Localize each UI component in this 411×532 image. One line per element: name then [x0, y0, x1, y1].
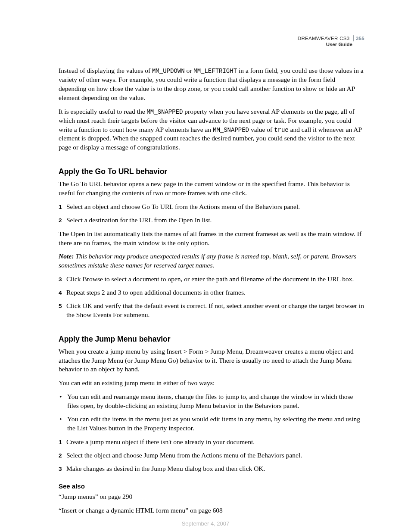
jump-menu-intro: When you create a jump menu by using Ins…	[59, 347, 364, 374]
step-4: 4 Repeat steps 2 and 3 to open additiona…	[59, 288, 364, 297]
jm-step-2: 2 Select the object and choose Jump Menu…	[59, 451, 364, 460]
doc-title: User Guide	[298, 41, 364, 47]
see-also-link-jump-menus: “Jump menus” on page 290	[59, 492, 364, 501]
step-5: 5 Click OK and verify that the default e…	[59, 302, 364, 320]
page-number: 355	[353, 35, 364, 41]
body-content: Instead of displaying the values of MM_U…	[59, 66, 364, 515]
code-mm-updown: MM_UPDOWN	[152, 68, 185, 75]
open-in-paragraph: The Open In list automatically lists the…	[59, 230, 364, 248]
jump-menu-steps: 1 Create a jump menu object if there isn…	[59, 438, 364, 473]
note-frame-names: Note: This behavior may produce unexpect…	[59, 252, 364, 270]
product-name: DREAMWEAVER CS3	[298, 36, 350, 41]
code-mm-snapped: MM_SNAPPED	[146, 109, 183, 115]
jm-step-3: 3 Make changes as desired in the Jump Me…	[59, 464, 364, 473]
jm-step-1: 1 Create a jump menu object if there isn…	[59, 438, 364, 447]
jump-menu-bullets: • You can edit and rearrange menu items,…	[59, 392, 364, 433]
running-header: DREAMWEAVER CS3 355 User Guide	[298, 35, 364, 48]
code-mm-leftright: MM_LEFTRIGHT	[193, 68, 237, 75]
intro-paragraph-1: Instead of displaying the values of MM_U…	[59, 66, 364, 103]
step-2: 2 Select a destination for the URL from …	[59, 216, 364, 225]
see-also-link-dynamic-menu: “Insert or change a dynamic HTML form me…	[59, 506, 364, 515]
bullet-edit-list-values: • You can edit the items in the menu jus…	[59, 415, 364, 433]
go-to-url-steps-3-5: 3 Click Browse to select a document to o…	[59, 275, 364, 320]
bullet-edit-behaviors: • You can edit and rearrange menu items,…	[59, 392, 364, 411]
step-3: 3 Click Browse to select a document to o…	[59, 275, 364, 284]
page: DREAMWEAVER CS3 355 User Guide Instead o…	[0, 0, 411, 532]
heading-jump-menu: Apply the Jump Menu behavior	[59, 334, 364, 345]
go-to-url-intro: The Go To URL behavior opens a new page …	[59, 180, 364, 198]
heading-go-to-url: Apply the Go To URL behavior	[59, 167, 364, 177]
code-mm-snapped-2: MM_SNAPPED	[213, 127, 249, 134]
step-1: 1 Select an object and choose Go To URL …	[59, 202, 364, 212]
heading-see-also: See also	[59, 482, 364, 491]
intro-paragraph-2: It is especially useful to read the MM_S…	[59, 107, 364, 152]
code-true: true	[274, 127, 289, 134]
jump-menu-lead: You can edit an existing jump menu in ei…	[59, 379, 364, 388]
go-to-url-steps-1-2: 1 Select an object and choose Go To URL …	[59, 202, 364, 225]
footer-date: September 4, 2007	[0, 520, 411, 527]
